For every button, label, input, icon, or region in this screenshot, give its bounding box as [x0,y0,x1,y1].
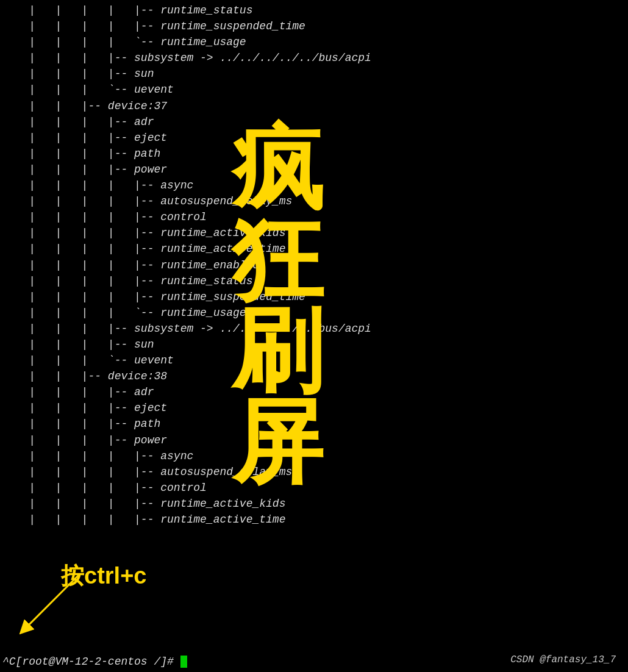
annotation-text: 按ctrl+c [61,559,146,593]
terminal-line-9: | | | |-- eject [0,130,628,146]
terminal-line-11: | | | |-- power [0,162,628,177]
terminal-line-8: | | | |-- adr [0,114,628,130]
terminal-line-10: | | | |-- path [0,146,628,162]
terminal-line-17: | | | | |-- runtime_enabled [0,257,628,273]
terminal-line-28: | | | |-- power [0,432,628,448]
terminal-line-21: | | | |-- subsystem -> ../../../../../bu… [0,321,628,337]
terminal-line-16: | | | | |-- runtime_active_time [0,241,628,257]
arrow-icon [12,568,91,642]
terminal-line-18: | | | | |-- runtime_status [0,273,628,289]
terminal-line-27: | | | |-- path [0,416,628,432]
terminal-line-7: | | |-- device:37 [0,98,628,114]
terminal-line-23: | | | `-- uevent [0,352,628,368]
terminal-line-29: | | | | |-- async [0,448,628,464]
terminal-line-15: | | | | |-- runtime_active_kids [0,225,628,241]
csdn-watermark: CSDN @fantasy_13_7 [510,653,616,667]
terminal-line-13: | | | | |-- autosuspend_delay_ms [0,193,628,209]
terminal-line-26: | | | |-- eject [0,400,628,416]
terminal-line-4: | | | |-- subsystem -> ../../../../../bu… [0,50,628,66]
terminal-line-19: | | | | |-- runtime_suspended_time [0,289,628,305]
cursor-block [180,656,187,668]
terminal-prompt: ^C[root@VM-12-2-centos /]# [2,654,187,670]
terminal-line-1: | | | | |-- runtime_status [0,2,628,18]
terminal-line-30: | | | | |-- autosuspend_delay_ms [0,464,628,480]
terminal-line-20: | | | | `-- runtime_usage [0,305,628,321]
svg-line-1 [24,574,79,629]
terminal-line-3: | | | | `-- runtime_usage [0,34,628,50]
terminal-line-32: | | | | |-- runtime_active_kids [0,496,628,512]
terminal-line-24: | | |-- device:38 [0,368,628,384]
annotation-container: 按ctrl+c [61,559,146,593]
terminal-line-22: | | | |-- sun [0,337,628,352]
terminal-line-6: | | | `-- uevent [0,82,628,98]
terminal-line-14: | | | | |-- control [0,209,628,225]
terminal-line-12: | | | | |-- async [0,177,628,193]
terminal-output: | | | | |-- runtime_status | | | | |-- r… [0,0,628,527]
terminal-line-31: | | | | |-- control [0,480,628,496]
terminal-line-33: | | | | |-- runtime_active_time [0,512,628,527]
terminal-window: | | | | |-- runtime_status | | | | |-- r… [0,0,628,672]
terminal-line-2: | | | | |-- runtime_suspended_time [0,18,628,34]
terminal-line-5: | | | |-- sun [0,66,628,82]
terminal-line-25: | | | |-- adr [0,384,628,400]
